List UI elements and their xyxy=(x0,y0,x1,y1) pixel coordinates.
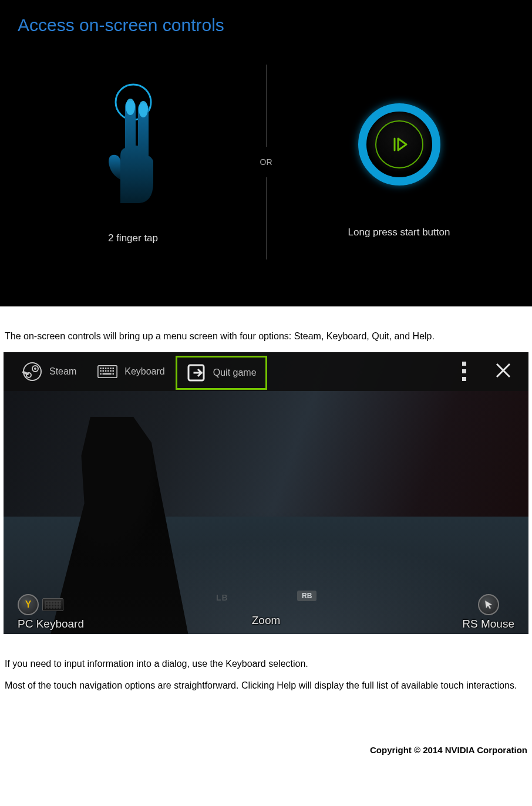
svg-rect-22 xyxy=(100,373,102,375)
svg-rect-21 xyxy=(113,370,115,372)
overlay-item-label: Quit game xyxy=(213,367,257,378)
copyright-footer: Copyright © 2014 NVIDIA Corporation xyxy=(0,698,532,769)
paragraph-1: The on-screen controls will bring up a m… xyxy=(5,330,527,343)
overlay-item-keyboard[interactable]: Keyboard xyxy=(87,352,176,391)
overlay-item-label: Keyboard xyxy=(124,366,165,377)
overlay-item-steam[interactable]: Steam xyxy=(12,352,87,391)
svg-rect-17 xyxy=(103,370,105,372)
overlay-item-label: Steam xyxy=(49,366,76,377)
svg-rect-16 xyxy=(100,370,102,372)
svg-point-1 xyxy=(126,99,135,115)
svg-rect-19 xyxy=(107,370,109,372)
paragraph-3: Most of the touch navigation options are… xyxy=(5,679,527,692)
paragraph-2: If you need to input information into a … xyxy=(5,657,527,670)
close-icon[interactable] xyxy=(494,362,512,382)
start-button-icon xyxy=(358,103,440,186)
svg-rect-15 xyxy=(113,367,115,369)
svg-rect-20 xyxy=(110,370,112,372)
svg-point-2 xyxy=(139,101,148,117)
game-hud: Y PC Keyboard Zoom RS Mouse xyxy=(4,594,528,630)
svg-rect-11 xyxy=(103,367,105,369)
keyboard-icon xyxy=(97,362,117,382)
overlay-menu-bar: Steam Keyboard xyxy=(4,352,528,391)
divider-line-bottom xyxy=(266,177,267,259)
start-button-column: Long press start button xyxy=(284,86,514,238)
access-controls-panel: Access on-screen controls xyxy=(0,0,532,306)
hud-center-label: Zoom xyxy=(252,614,281,627)
divider-line-top xyxy=(266,65,267,147)
hud-left: Y PC Keyboard xyxy=(18,594,84,630)
svg-point-7 xyxy=(34,367,36,370)
mini-keyboard-icon xyxy=(42,598,63,611)
panel-title: Access on-screen controls xyxy=(18,15,514,35)
svg-point-5 xyxy=(23,363,41,380)
overlay-item-quit[interactable]: Quit game xyxy=(176,356,267,390)
y-button-icon: Y xyxy=(18,594,39,615)
exit-icon xyxy=(186,363,206,383)
divider: OR xyxy=(248,65,284,259)
game-overlay-screenshot: LB RB Steam xyxy=(4,352,528,634)
steam-icon xyxy=(22,362,42,382)
svg-rect-18 xyxy=(105,370,107,372)
hud-right-label: RS Mouse xyxy=(462,618,514,630)
svg-marker-4 xyxy=(398,139,406,150)
mouse-cursor-icon xyxy=(478,594,499,615)
gesture-row: 2 finger tap OR Long press start button xyxy=(18,65,514,259)
hud-right: RS Mouse xyxy=(462,594,514,630)
two-finger-tap-column: 2 finger tap xyxy=(18,80,248,244)
or-label: OR xyxy=(260,157,272,167)
two-finger-caption: 2 finger tap xyxy=(108,232,158,244)
svg-rect-13 xyxy=(107,367,109,369)
svg-rect-14 xyxy=(110,367,112,369)
svg-rect-10 xyxy=(100,367,102,369)
two-finger-tap-icon xyxy=(92,80,174,209)
svg-rect-23 xyxy=(103,373,112,375)
kebab-menu-icon[interactable] xyxy=(462,362,466,381)
svg-rect-12 xyxy=(105,367,107,369)
svg-rect-24 xyxy=(113,373,115,375)
hud-left-label: PC Keyboard xyxy=(18,618,84,630)
start-button-caption: Long press start button xyxy=(348,227,450,238)
